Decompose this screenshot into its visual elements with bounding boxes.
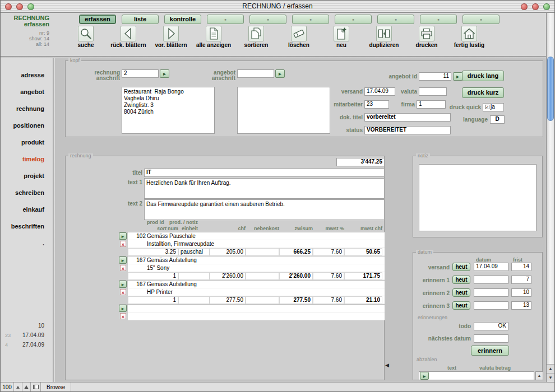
tab[interactable]: - xyxy=(249,15,286,24)
sidebar-item[interactable]: produkt xyxy=(21,139,44,146)
mwst-pct-cell[interactable]: 7.60 xyxy=(313,272,344,280)
num-cell[interactable]: 1 xyxy=(128,272,178,280)
sidebar-item[interactable]: adresse xyxy=(21,72,44,79)
status-field[interactable]: VORBEREITET xyxy=(364,126,451,134)
zoom-in-button[interactable] xyxy=(22,382,31,391)
scrollbar-thumb[interactable] xyxy=(547,57,554,121)
abzahlen-go-button[interactable] xyxy=(420,372,429,380)
sidebar-item[interactable]: . xyxy=(43,240,44,247)
text2-field[interactable]: Das Firmwareupdate garantiert einen saub… xyxy=(144,199,385,220)
sidebar-item[interactable]: schreiben xyxy=(15,189,44,197)
zoom-button-right[interactable] xyxy=(543,3,550,10)
frist-field[interactable]: 7 xyxy=(511,276,531,284)
mwst-pct-cell[interactable]: 7.60 xyxy=(313,248,344,256)
zoom-button[interactable] xyxy=(27,3,34,10)
sidebar-item[interactable]: einkauf xyxy=(22,206,44,213)
titel-field[interactable]: IT xyxy=(144,169,385,177)
prod-notiz-cell[interactable]: 15" Sony xyxy=(147,265,169,271)
erinnern-button[interactable]: erinnern xyxy=(471,346,509,356)
tab[interactable]: - xyxy=(207,15,244,24)
rechnung-anschrift-field[interactable]: 2 xyxy=(122,69,159,78)
portal-scroll-up-button[interactable] xyxy=(535,371,543,380)
chf-cell[interactable]: 205.00 xyxy=(210,248,246,256)
prod-id-cell[interactable]: 167 xyxy=(128,257,146,263)
close-button-right[interactable] xyxy=(521,3,528,10)
tool-sortieren[interactable]: sortieren xyxy=(235,26,278,48)
close-button[interactable] xyxy=(5,3,12,10)
abzahlen-row-field[interactable] xyxy=(419,371,534,380)
druck-lang-button[interactable]: druck lang xyxy=(462,71,504,81)
prod-name-cell[interactable]: Gemäss Pauschale xyxy=(147,233,196,239)
druck-kurz-button[interactable]: druck kurz xyxy=(462,87,504,98)
sidebar-item[interactable]: beschriften xyxy=(11,223,44,230)
tab[interactable]: liste xyxy=(122,15,159,24)
scroll-down-button[interactable] xyxy=(547,373,554,382)
nebenkost-cell[interactable] xyxy=(246,296,279,304)
tool-fertig-lustig[interactable]: fertig lustig xyxy=(448,26,491,48)
row-delete-button[interactable] xyxy=(120,265,126,271)
einheit-cell[interactable] xyxy=(178,272,210,280)
tool-suche[interactable]: suche xyxy=(64,26,107,48)
row-go-button[interactable] xyxy=(119,305,127,312)
prod-notiz-cell[interactable]: HP Printer xyxy=(147,289,173,295)
prod-name-cell[interactable]: Gemäss Aufstellung xyxy=(147,281,197,287)
einheit-cell[interactable] xyxy=(178,296,210,304)
row-delete-button[interactable] xyxy=(120,313,126,319)
row-go-button[interactable] xyxy=(119,281,127,288)
datum-field[interactable]: 17.04.09 xyxy=(474,263,508,271)
tab[interactable]: kontrolle xyxy=(164,15,201,24)
tool-drucken[interactable]: drucken xyxy=(405,26,448,48)
nebenkost-cell[interactable] xyxy=(246,272,279,280)
portal-scroll-left-icon[interactable] xyxy=(385,362,389,368)
tab[interactable]: - xyxy=(335,15,372,24)
naechstes-datum-field[interactable] xyxy=(474,334,508,343)
sidebar-item[interactable]: projekt xyxy=(24,172,44,180)
einheit-cell[interactable]: pauschal xyxy=(178,248,210,256)
row-delete-button[interactable] xyxy=(120,289,126,295)
datum-field[interactable] xyxy=(474,288,508,297)
prod-id-cell[interactable]: 102 xyxy=(128,233,146,239)
status-area-toggle[interactable] xyxy=(31,382,41,391)
tool-neu[interactable]: neu xyxy=(320,26,363,48)
angebot-anschrift-go-button[interactable] xyxy=(275,69,285,78)
prod-id-cell[interactable]: 167 xyxy=(128,281,146,287)
angebot-address-field[interactable] xyxy=(237,87,330,134)
tab[interactable]: erfassen xyxy=(79,15,116,24)
row-go-button[interactable] xyxy=(119,256,127,264)
nebenkost-cell[interactable] xyxy=(246,248,279,256)
datum-field[interactable] xyxy=(474,276,508,284)
frist-field[interactable]: 10 xyxy=(511,288,531,297)
row-delete-button[interactable] xyxy=(120,241,126,247)
minimize-button-right[interactable] xyxy=(532,3,539,10)
sidebar-item[interactable]: positionen xyxy=(13,122,44,129)
tool-duplizieren[interactable]: duplizieren xyxy=(363,26,405,48)
frist-field[interactable]: 13 xyxy=(511,301,531,310)
tab[interactable]: - xyxy=(462,15,499,24)
valuta-field[interactable] xyxy=(419,87,447,96)
rechnung-anschrift-go-button[interactable] xyxy=(160,69,169,78)
num-cell[interactable]: 3.25 xyxy=(128,248,178,256)
tool-vor-blaettern[interactable]: vor. blättern xyxy=(150,26,192,48)
frist-field[interactable]: 14 xyxy=(511,263,531,271)
minimize-button[interactable] xyxy=(16,3,23,10)
sidebar-item[interactable]: angebot xyxy=(20,88,44,96)
mwst-pct-cell[interactable]: 7.60 xyxy=(313,296,344,304)
heut-button[interactable]: heut xyxy=(452,276,470,284)
language-field[interactable]: D xyxy=(490,115,505,124)
prod-name-cell[interactable]: Gemäss Aufstellung xyxy=(147,257,197,263)
tool-alle-anzeigen[interactable]: alle anzeigen xyxy=(192,26,235,48)
mode-selector[interactable]: Browse xyxy=(41,382,71,391)
prod-notiz-cell[interactable]: Installtion, Firmwareupdate xyxy=(147,241,214,247)
horizontal-scrollbar[interactable] xyxy=(71,382,554,391)
druck-quick-field[interactable]: ja xyxy=(483,103,504,111)
tab[interactable]: - xyxy=(420,15,457,24)
sidebar-item[interactable]: rechnung xyxy=(16,105,44,113)
heut-button[interactable]: heut xyxy=(452,263,470,271)
dok-titel-field[interactable]: vorbereitet xyxy=(364,113,451,122)
zoom-out-button[interactable] xyxy=(14,382,22,391)
row-go-button[interactable] xyxy=(119,232,127,240)
chf-cell[interactable]: 2'260.00 xyxy=(210,272,246,280)
scroll-up-button[interactable] xyxy=(547,364,554,373)
zoom-level[interactable]: 100 xyxy=(1,382,14,391)
tool-rueck-blaettern[interactable]: rück. blättern xyxy=(107,26,150,48)
